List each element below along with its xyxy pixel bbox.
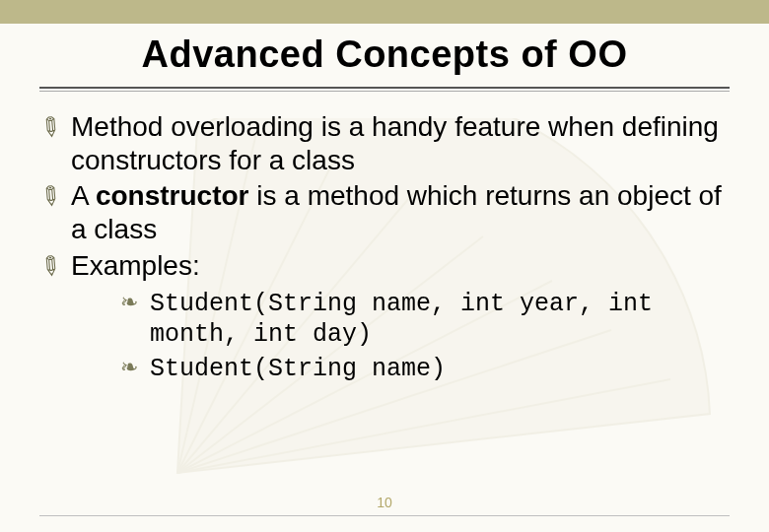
bullet-text: Method overloading is a handy feature wh… xyxy=(71,111,719,175)
code-text: Student(String name, int year, int month… xyxy=(150,290,653,349)
sub-bullet-item: ❧ Student(String name, int year, int mon… xyxy=(116,289,728,351)
page-title: Advanced Concepts of OO xyxy=(0,33,769,76)
bullet-text-bold: constructor xyxy=(96,180,249,211)
sub-bullet-item: ❧ Student(String name) xyxy=(116,354,728,384)
title-underline xyxy=(39,87,730,89)
bullet-item: ✎ Method overloading is a handy feature … xyxy=(37,110,728,177)
leaf-icon: ❧ xyxy=(120,289,138,316)
code-text: Student(String name) xyxy=(150,355,446,383)
feather-icon: ✎ xyxy=(32,109,68,147)
main-bullet-list: ✎ Method overloading is a handy feature … xyxy=(37,110,728,389)
footer-rule xyxy=(39,515,730,516)
svg-line-6 xyxy=(177,379,670,473)
feather-icon: ✎ xyxy=(32,178,68,216)
leaf-icon: ❧ xyxy=(120,354,138,381)
bullet-text-before: A xyxy=(71,180,96,211)
feather-icon: ✎ xyxy=(32,247,68,285)
page-number: 10 xyxy=(0,495,769,510)
top-decorative-band xyxy=(0,0,769,24)
bullet-text: Examples: xyxy=(71,250,200,281)
bullet-item: ✎ A constructor is a method which return… xyxy=(37,179,728,246)
title-underline-thin xyxy=(39,91,730,92)
sub-bullet-list: ❧ Student(String name, int year, int mon… xyxy=(71,289,728,385)
bullet-item: ✎ Examples: ❧ Student(String name, int y… xyxy=(37,249,728,385)
